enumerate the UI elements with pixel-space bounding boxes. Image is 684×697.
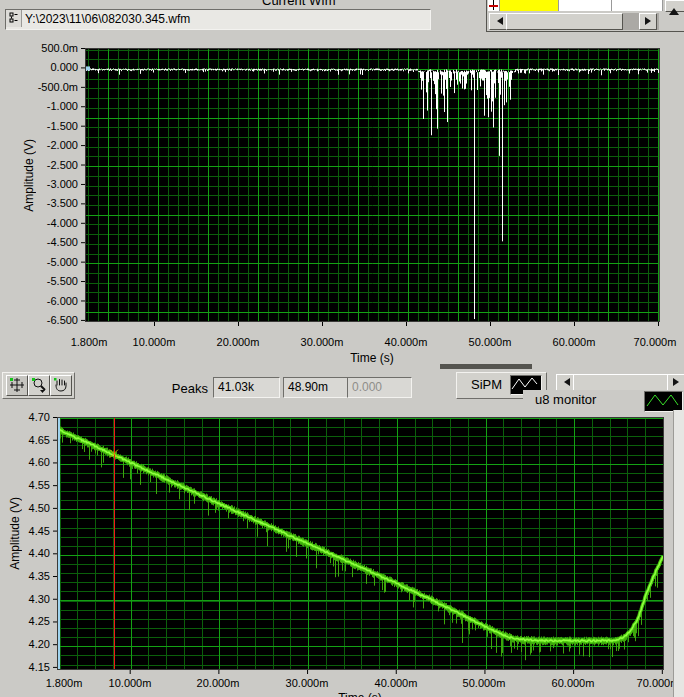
y-tick-label: 4.20 (0, 638, 50, 650)
top-x-tick-labels: 1.800m10.000m20.000m30.000m40.000m50.000… (0, 336, 684, 350)
bottom-x-axis-title: Time (s) (338, 691, 382, 697)
bottom-x-tick-labels: 1.800m10.000m20.000m30.000m40.000m50.000… (0, 677, 684, 691)
x-tick-label: 60.000m (553, 336, 596, 348)
y-tick-label: -2.000 (0, 139, 78, 151)
y-tick-label: 4.65 (0, 434, 50, 446)
x-tick-label: 50.000m (469, 336, 512, 348)
x-tick-label: 30.000m (286, 677, 329, 689)
cursor-legend-panel (486, 0, 684, 32)
mid-scrollbar[interactable] (556, 374, 684, 391)
y-tick-label: 4.30 (0, 593, 50, 605)
cursor-y-cell[interactable] (612, 0, 663, 11)
y-tick-label: -1.500 (0, 120, 78, 132)
bottom-graph: Amplitude (V) 4.704.654.604.554.504.454.… (0, 410, 684, 697)
sipm-legend-label: SiPM (471, 377, 502, 392)
wfm-path-field[interactable]: Y:\2023\11\06\082030.345.wfm (5, 9, 431, 30)
mid-scrollbar-right-button[interactable] (667, 374, 684, 391)
magnifier-icon (31, 377, 47, 393)
y-tick-label: 4.60 (0, 456, 50, 468)
path-type-icon (8, 12, 19, 25)
cursor-panel-up-button[interactable] (665, 0, 684, 12)
top-graph: Amplitude (V) 500.0m0.000-500.0m-1.000-1… (0, 33, 684, 368)
y-tick-label: 4.15 (0, 661, 50, 673)
x-tick-label: 1.800m (71, 336, 108, 348)
y-tick-label: -6.000 (0, 295, 78, 307)
cursor-tool-button[interactable] (6, 375, 28, 396)
top-x-axis-title: Time (s) (350, 351, 394, 365)
x-tick-label: 10.000m (133, 336, 176, 348)
y-tick-label: 4.40 (0, 547, 50, 559)
y-tick-label: 4.55 (0, 479, 50, 491)
cursor-name-cell[interactable] (500, 0, 559, 11)
top-x-tick-marks (85, 322, 659, 326)
crosshair-icon (9, 377, 25, 393)
peaks-count-field[interactable]: 41.03k (213, 377, 280, 398)
mid-scrollbar-thumb[interactable] (573, 374, 668, 391)
peaks-extra-field: 0.000 (347, 377, 412, 398)
hand-icon (53, 377, 69, 393)
header-scrollbar-right-button[interactable] (639, 13, 657, 30)
y-tick-label: -3.000 (0, 178, 78, 190)
current-wfm-label: Current Wfm (262, 0, 336, 8)
y-tick-label: 4.70 (0, 411, 50, 423)
y-tick-label: -4.500 (0, 236, 78, 248)
y-tick-label: 500.0m (0, 42, 78, 54)
u8-monitor-plot-legend[interactable]: u8 monitor (523, 390, 684, 411)
y-tick-label: -4.000 (0, 217, 78, 229)
x-tick-label: 40.000m (385, 336, 428, 348)
u8-monitor-legend-label: u8 monitor (535, 392, 596, 407)
bottom-right-strip (673, 410, 684, 697)
legend-shadow (440, 364, 532, 369)
peaks-time-field[interactable]: 48.90m (283, 377, 349, 398)
y-tick-label: -500.0m (0, 81, 78, 93)
cursor-style-cell[interactable] (488, 0, 500, 11)
y-tick-label: -5.000 (0, 256, 78, 268)
u8-monitor-waveform-icon (644, 391, 683, 412)
x-tick-label: 70.000m (634, 336, 677, 348)
x-tick-label: 40.000m (375, 677, 418, 689)
x-tick-label: 10.000m (109, 677, 152, 689)
x-tick-label: 20.000m (217, 336, 260, 348)
pan-tool-button[interactable] (50, 375, 72, 396)
graph-palette (2, 372, 75, 399)
x-tick-label: 50.000m (463, 677, 506, 689)
wfm-path-text: Y:\2023\11\06\082030.345.wfm (25, 12, 190, 26)
x-tick-label: 30.000m (301, 336, 344, 348)
y-tick-label: -6.500 (0, 314, 78, 326)
x-tick-label: 1.800m (46, 677, 83, 689)
header-scrollbar-left-button[interactable] (489, 13, 507, 30)
top-y-tick-labels: 500.0m0.000-500.0m-1.000-1.500-2.000-2.5… (0, 33, 84, 333)
cursor-x-cell[interactable] (559, 0, 612, 11)
y-tick-label: 4.50 (0, 502, 50, 514)
y-tick-label: -2.500 (0, 159, 78, 171)
bottom-plot-area[interactable] (57, 417, 664, 670)
mid-scrollbar-left-button[interactable] (556, 374, 574, 391)
zoom-tool-button[interactable] (28, 375, 50, 396)
header-scrollbar-thumb[interactable] (506, 13, 623, 30)
y-tick-label: 4.25 (0, 615, 50, 627)
peaks-label: Peaks (164, 381, 208, 396)
y-tick-label: -1.000 (0, 100, 78, 112)
x-tick-label: 60.000m (552, 677, 595, 689)
top-plot-area[interactable] (85, 48, 660, 322)
x-tick-label: 20.000m (197, 677, 240, 689)
y-tick-label: -5.500 (0, 275, 78, 287)
header-scrollbar[interactable] (489, 13, 659, 30)
labview-panel: { "header": { "label": "Current Wfm", "p… (0, 0, 684, 697)
y-tick-label: 0.000 (0, 61, 78, 73)
y-tick-label: 4.45 (0, 525, 50, 537)
bottom-y-tick-labels: 4.704.654.604.554.504.454.404.354.304.25… (0, 410, 56, 680)
bottom-x-tick-marks (57, 670, 663, 674)
y-tick-label: -3.500 (0, 197, 78, 209)
y-tick-label: 4.35 (0, 570, 50, 582)
